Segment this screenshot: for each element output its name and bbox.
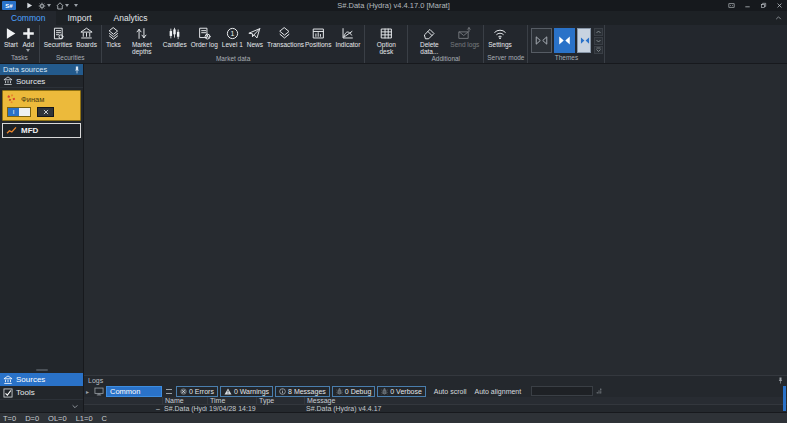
settings-quick-button[interactable]: [38, 2, 51, 10]
bug-icon: [336, 388, 343, 395]
theme-dark-tile[interactable]: [531, 28, 552, 53]
pin-icon[interactable]: [74, 66, 80, 74]
touch-mode-icon: [728, 2, 735, 9]
delete-data-button[interactable]: Delete data...: [410, 25, 448, 55]
gallery-up-button[interactable]: [594, 28, 603, 36]
gallery-expand-icon: [596, 47, 601, 52]
title-bar: S# S#.Data (Hydra) v4.4.17.0 [Marat]: [0, 0, 787, 11]
column-header-message[interactable]: Message: [304, 397, 787, 405]
close-button[interactable]: [771, 0, 787, 11]
group-label-tasks: Tasks: [0, 54, 39, 63]
gallery-spinner: [594, 28, 603, 54]
source-card-finam[interactable]: Финам I: [2, 90, 81, 121]
option-desk-button[interactable]: Option desk: [367, 25, 405, 55]
home-quick-button[interactable]: [56, 2, 69, 10]
tab-common[interactable]: Common: [0, 11, 56, 25]
group-label-themes: Themes: [528, 54, 604, 63]
nav-item-sources[interactable]: Sources: [0, 373, 83, 386]
add-button[interactable]: Add: [20, 25, 37, 52]
gallery-expand-button[interactable]: [594, 46, 603, 54]
splitter-grip[interactable]: [166, 389, 172, 394]
filter-messages-button[interactable]: 8 Messages: [275, 386, 330, 397]
chevron-up-icon: [596, 30, 601, 34]
nav-item-tools[interactable]: Tools: [0, 386, 83, 399]
theme-blue-tile-selected[interactable]: [554, 28, 575, 53]
start-button[interactable]: Start: [2, 25, 20, 48]
ribbon-group-securities: Securities Boards Securities: [40, 25, 102, 63]
tab-import[interactable]: Import: [56, 11, 102, 25]
app-logo[interactable]: S#: [2, 1, 16, 10]
monitor-icon: [94, 387, 104, 396]
auto-scroll-option[interactable]: Auto scroll: [434, 388, 467, 395]
logs-panel-header: Logs: [84, 376, 787, 385]
settings-button[interactable]: Settings: [486, 25, 514, 48]
indicator-button[interactable]: Indicator: [333, 25, 362, 48]
restore-button[interactable]: [755, 0, 771, 11]
group-label-securities: Securities: [40, 54, 101, 63]
warning-icon: [224, 388, 232, 395]
data-sources-sidebar: Data sources Sources Финам I: [0, 64, 84, 412]
resize-grip-icon[interactable]: [596, 388, 602, 394]
ribbon-group-themes: Themes: [528, 25, 605, 63]
pin-icon[interactable]: [778, 377, 783, 384]
filter-errors-button[interactable]: 0 Errors: [176, 386, 218, 397]
chevron-down-icon: [65, 4, 69, 7]
theme-light-tile[interactable]: [577, 28, 591, 53]
ribbon-collapse-button[interactable]: [775, 15, 782, 21]
nav-item-label: Sources: [16, 375, 45, 384]
log-cell-time: 19/04/28 14:19:06.468: [207, 405, 256, 413]
minimize-button[interactable]: [739, 0, 755, 11]
toolbar-overflow-button[interactable]: [74, 4, 78, 7]
ribbon-group-option-desk: Option desk: [365, 25, 408, 63]
bug-icon: [381, 388, 388, 395]
svg-text:1: 1: [230, 30, 234, 37]
news-button[interactable]: News: [245, 25, 265, 48]
window-controls: [723, 0, 787, 11]
eraser-icon: [423, 27, 436, 40]
sidebar-item-sources-group[interactable]: Sources: [0, 75, 83, 88]
boards-button[interactable]: Boards: [74, 25, 99, 48]
bank-icon: [3, 375, 13, 385]
minimize-icon: [744, 2, 751, 9]
filter-warnings-button[interactable]: 0 Warnings: [220, 386, 273, 397]
order-log-button[interactable]: Order log: [189, 25, 220, 48]
filter-debug-button[interactable]: 0 Debug: [332, 386, 375, 397]
ticks-button[interactable]: Ticks: [104, 25, 123, 48]
touch-mode-button[interactable]: [723, 0, 739, 11]
play-icon: [4, 27, 17, 40]
bowtie-icon: [558, 35, 571, 46]
logs-tree-root-common[interactable]: Common: [106, 386, 162, 397]
finam-enabled-toggle[interactable]: I: [7, 107, 31, 117]
column-header-name[interactable]: Name: [162, 397, 207, 405]
filter-verbose-button[interactable]: 0 Verbose: [377, 386, 426, 397]
auto-alignment-option[interactable]: Auto alignment: [475, 388, 522, 395]
securities-button[interactable]: Securities: [42, 25, 75, 48]
market-depths-button[interactable]: Market depths: [123, 25, 161, 55]
status-ticks-counter: T=0: [3, 414, 16, 423]
securities-icon: [52, 27, 65, 40]
tree-expander-icon[interactable]: ▸: [86, 388, 92, 395]
start-quick-button[interactable]: [26, 2, 33, 9]
play-icon: [26, 2, 33, 9]
chevron-down-icon: [47, 4, 51, 7]
send-logs-button[interactable]: Send logs: [448, 25, 481, 48]
nav-options-button[interactable]: [72, 404, 78, 409]
column-header-time[interactable]: Time: [207, 397, 256, 405]
log-table-row[interactable]: – S#.Data (Hydra) 19/04/28 14:19:06.468 …: [84, 405, 787, 413]
level1-button[interactable]: 1 Level 1: [220, 25, 245, 48]
logs-vertical-scrollbar[interactable]: [783, 386, 786, 411]
ribbon: Start Add Tasks Securities Boards Securi…: [0, 25, 787, 64]
column-header-type[interactable]: Type: [256, 397, 304, 405]
nav-pane-resize-handle[interactable]: [0, 366, 83, 373]
tab-analytics[interactable]: Analytics: [103, 11, 159, 25]
candles-button[interactable]: Candles: [161, 25, 189, 48]
positions-button[interactable]: Positions: [303, 25, 333, 48]
level1-icon: 1: [226, 27, 239, 40]
finam-remove-button[interactable]: [37, 107, 54, 117]
transactions-button[interactable]: Transactions: [265, 25, 303, 48]
source-card-mfd[interactable]: MFD: [2, 123, 81, 138]
candles-icon: [168, 27, 181, 40]
logs-search-input[interactable]: [531, 386, 593, 396]
log-tree-gutter: –: [84, 405, 162, 413]
gallery-down-button[interactable]: [594, 37, 603, 45]
